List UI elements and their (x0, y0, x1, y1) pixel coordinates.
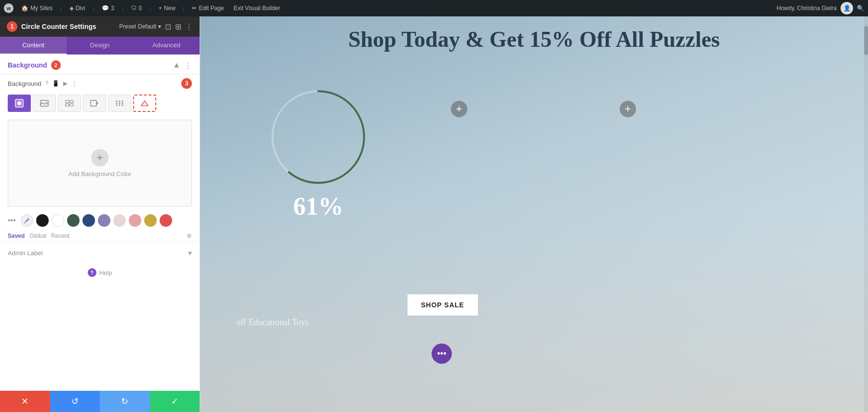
swatch-dark-green[interactable] (67, 214, 80, 227)
panel-content: Background 2 ▲ ⋮ Background ? 📱 ▶ ⋮ 3 (0, 55, 200, 391)
panel-tabs: Content Design Advanced (0, 37, 200, 55)
bg-type-image2-btn[interactable] (58, 95, 81, 112)
swatch-gold[interactable] (144, 214, 157, 227)
divi-menu[interactable]: ◈ Divi (68, 5, 87, 12)
chevron-up-icon[interactable]: ▲ (173, 61, 180, 69)
tab-content[interactable]: Content (0, 37, 67, 55)
admin-label-text: Admin Label (8, 249, 42, 257)
comments-menu[interactable]: 💬 3 (100, 5, 116, 12)
eyedropper-btn[interactable] (21, 214, 33, 227)
tab-advanced[interactable]: Advanced (133, 37, 200, 55)
howdy-text: Howdy, Christina Gwira (777, 5, 837, 12)
hero-text: Shop Today & Get 15% Off All Puzzles (200, 16, 868, 53)
separator4: | (149, 6, 151, 11)
step3-badge: 3 (181, 78, 192, 89)
svg-point-19 (122, 105, 123, 106)
swatch-red[interactable] (160, 214, 172, 227)
plus-btn-center[interactable]: + (451, 101, 467, 117)
row-more-icon[interactable]: ⋮ (71, 80, 77, 87)
bg-type-pattern-btn[interactable] (108, 95, 131, 112)
restore-icon[interactable]: ⊡ (165, 22, 171, 31)
wp-logo-icon[interactable]: W (4, 3, 14, 13)
swatch-light-pink[interactable] (113, 214, 126, 227)
swatch-black[interactable] (36, 214, 49, 227)
exit-visual-builder-btn[interactable]: Exit Visual Builder (232, 5, 283, 12)
color-area: + Add Background Color (8, 120, 192, 206)
tab-saved[interactable]: Saved (8, 233, 25, 239)
save-button[interactable]: ✓ (150, 391, 200, 412)
redo-button[interactable]: ↻ (100, 391, 150, 412)
add-background-color-btn[interactable]: + (91, 149, 108, 166)
bg-type-image-btn[interactable] (33, 95, 56, 112)
color-tab-settings-icon[interactable]: ⚙ (187, 233, 192, 239)
comment-count-menu[interactable]: 🗨 0 (129, 5, 144, 12)
help-row[interactable]: ? Help (0, 264, 200, 281)
tab-recent[interactable]: Recent (51, 233, 69, 239)
panel-title: 1 Circle Counter Settings (7, 21, 96, 32)
swatch-purple[interactable] (98, 214, 110, 227)
right-content: Shop Today & Get 15% Off All Puzzles 61%… (200, 16, 868, 412)
edit-page-btn[interactable]: ✏ Edit Page (190, 5, 226, 12)
admin-bar: W 🏠 My Sites | ◈ Divi | 💬 3 | 🗨 0 | + Ne… (0, 0, 868, 16)
background-row-label: Background (8, 80, 41, 87)
close-button[interactable]: ✕ (0, 391, 50, 412)
step1-badge: 1 (7, 21, 17, 32)
my-sites-menu[interactable]: 🏠 My Sites (19, 5, 54, 12)
mobile-icon[interactable]: 📱 (52, 80, 59, 87)
scrollbar-thumb[interactable] (864, 26, 868, 55)
bg-type-row (0, 93, 200, 116)
swatch-dark-blue[interactable] (82, 214, 95, 227)
hero-title: Shop Today & Get 15% Off All Puzzles (200, 26, 868, 53)
left-panel: 1 Circle Counter Settings Preset Default… (0, 16, 200, 412)
tab-design[interactable]: Design (67, 37, 133, 55)
color-tabs: Saved Global Recent ⚙ (0, 231, 200, 241)
svg-line-20 (24, 222, 26, 223)
main-layout: 1 Circle Counter Settings Preset Default… (0, 16, 868, 412)
svg-point-14 (116, 103, 118, 104)
comment-bubble-icon: 🗨 (131, 5, 137, 12)
chevron-down-icon: ▾ (188, 248, 192, 258)
bg-type-color-btn[interactable] (8, 95, 31, 112)
svg-rect-5 (66, 100, 69, 103)
preset-selector[interactable]: Preset Default ▾ (119, 23, 161, 30)
more-options-icon[interactable]: ⋮ (185, 22, 193, 31)
svg-point-3 (17, 101, 21, 105)
plus-btn-right[interactable]: + (620, 101, 636, 117)
panel-header-icons: Preset Default ▾ ⊡ ⊞ ⋮ (119, 22, 193, 31)
svg-point-16 (122, 103, 123, 104)
shop-sale-button[interactable]: SHOP SALE (407, 294, 478, 316)
section-more-icon[interactable]: ⋮ (184, 61, 192, 70)
svg-marker-10 (97, 102, 98, 105)
plus-icon: + (159, 5, 162, 12)
more-colors-btn[interactable]: ••• (8, 216, 16, 225)
dots-button[interactable]: ••• (432, 343, 452, 364)
new-menu[interactable]: + New (157, 5, 177, 12)
bg-type-mask-btn[interactable] (133, 95, 156, 112)
admin-bar-right: Howdy, Christina Gwira 👤 🔍 (777, 2, 864, 14)
svg-point-15 (119, 103, 121, 104)
cursor-icon[interactable]: ▶ (63, 80, 68, 87)
background-section-title: Background 2 (8, 60, 61, 70)
background-row: Background ? 📱 ▶ ⋮ 3 (0, 74, 200, 93)
svg-point-12 (119, 101, 121, 102)
admin-label-row[interactable]: Admin Label ▾ (0, 241, 200, 264)
swatch-white[interactable] (52, 214, 64, 227)
panel-title-text: Circle Counter Settings (21, 23, 96, 30)
tab-global[interactable]: Global (29, 233, 46, 239)
svg-rect-7 (66, 104, 69, 106)
grid-icon[interactable]: ⊞ (175, 22, 181, 31)
separator5: | (183, 6, 185, 11)
help-icon: ? (88, 268, 96, 277)
help-label: Help (99, 269, 112, 276)
panel-header: 1 Circle Counter Settings Preset Default… (0, 16, 200, 37)
undo-button[interactable]: ↺ (50, 391, 100, 412)
toy-overlay (200, 209, 868, 412)
swatch-pink[interactable] (129, 214, 141, 227)
search-icon[interactable]: 🔍 (857, 5, 864, 12)
step2-badge: 2 (51, 60, 61, 70)
avatar: 👤 (841, 2, 853, 14)
chevron-down-icon: ▾ (158, 23, 161, 30)
bg-type-video-btn[interactable] (83, 95, 106, 112)
svg-point-11 (116, 101, 118, 102)
help-tooltip-icon[interactable]: ? (45, 80, 48, 87)
